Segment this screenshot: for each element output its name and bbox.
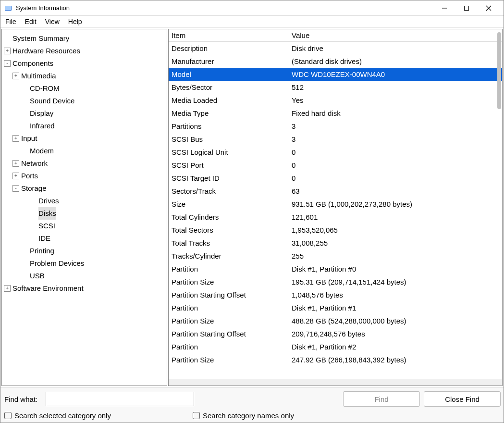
detail-value: 0 bbox=[289, 146, 502, 159]
detail-row[interactable]: DescriptionDisk drive bbox=[169, 42, 502, 55]
tree-item-display[interactable]: Display bbox=[4, 107, 164, 120]
detail-item: Partition Starting Offset bbox=[169, 327, 289, 340]
detail-row[interactable]: Media LoadedYes bbox=[169, 94, 502, 107]
detail-value: 63 bbox=[289, 185, 502, 198]
check-search-names[interactable]: Search category names only bbox=[193, 411, 294, 420]
checkbox-row: Search selected category only Search cat… bbox=[3, 411, 501, 420]
detail-row[interactable]: Manufacturer(Standard disk drives) bbox=[169, 55, 502, 68]
detail-value: 488.28 GB (524,288,000,000 bytes) bbox=[289, 314, 502, 327]
detail-item: Size bbox=[169, 198, 289, 211]
detail-value: 1,953,520,065 bbox=[289, 224, 502, 236]
detail-row[interactable]: Sectors/Track63 bbox=[169, 185, 502, 198]
spacer-icon bbox=[30, 210, 37, 217]
find-button[interactable]: Find bbox=[343, 391, 420, 407]
detail-row[interactable]: PartitionDisk #1, Partition #0 bbox=[169, 262, 502, 275]
detail-row[interactable]: Bytes/Sector512 bbox=[169, 81, 502, 94]
checkbox-icon[interactable] bbox=[193, 412, 200, 419]
detail-row[interactable]: SCSI Target ID0 bbox=[169, 172, 502, 185]
minimize-button[interactable] bbox=[433, 0, 455, 16]
svg-rect-3 bbox=[465, 6, 469, 10]
tree-pane[interactable]: System Summary +Hardware Resources -Comp… bbox=[1, 29, 167, 386]
close-button[interactable] bbox=[478, 0, 500, 16]
detail-item: Media Type bbox=[169, 107, 289, 120]
detail-row[interactable]: PartitionDisk #1, Partition #2 bbox=[169, 340, 502, 353]
maximize-button[interactable] bbox=[455, 0, 478, 16]
expand-icon[interactable]: + bbox=[12, 73, 19, 79]
tree-item-software-environment[interactable]: +Software Environment bbox=[4, 282, 164, 295]
collapse-icon[interactable]: - bbox=[4, 60, 11, 67]
tree-item-components[interactable]: -Components bbox=[4, 57, 164, 70]
column-header-item[interactable]: Item bbox=[169, 29, 289, 41]
detail-row[interactable]: Partition Size247.92 GB (266,198,843,392… bbox=[169, 353, 502, 366]
tree-item-storage[interactable]: -Storage bbox=[4, 182, 164, 195]
tree-item-cdrom[interactable]: CD-ROM bbox=[4, 82, 164, 95]
detail-row[interactable]: Partition Starting Offset209,716,248,576… bbox=[169, 327, 502, 340]
detail-item: Partition Size bbox=[169, 353, 289, 366]
detail-value: 31,008,255 bbox=[289, 236, 502, 249]
detail-row[interactable]: Total Tracks31,008,255 bbox=[169, 236, 502, 249]
tree-item-ports[interactable]: +Ports bbox=[4, 170, 164, 182]
detail-row[interactable]: Partition Size195.31 GB (209,714,151,424… bbox=[169, 275, 502, 288]
detail-header: Item Value bbox=[169, 29, 502, 42]
tree-item-modem[interactable]: Modem bbox=[4, 145, 164, 157]
tree-item-problem-devices[interactable]: Problem Devices bbox=[4, 257, 164, 270]
detail-row[interactable]: Partitions3 bbox=[169, 120, 502, 133]
check-search-selected[interactable]: Search selected category only bbox=[4, 411, 111, 420]
tree-item-infrared[interactable]: Infrared bbox=[4, 120, 164, 132]
detail-row[interactable]: Partition Size488.28 GB (524,288,000,000… bbox=[169, 314, 502, 327]
tree-item-network[interactable]: +Network bbox=[4, 157, 164, 170]
expand-icon[interactable]: + bbox=[12, 173, 19, 179]
expand-icon[interactable]: + bbox=[12, 135, 19, 142]
detail-row[interactable]: ModelWDC WD10EZEX-00WN4A0 bbox=[169, 68, 502, 81]
detail-row[interactable]: Total Cylinders121,601 bbox=[169, 211, 502, 224]
tree-item-sound-device[interactable]: Sound Device bbox=[4, 95, 164, 107]
footer: Find what: Find Close Find Search select… bbox=[0, 387, 504, 423]
spacer-icon bbox=[21, 123, 28, 129]
menu-file[interactable]: File bbox=[5, 18, 16, 25]
find-label: Find what: bbox=[3, 395, 42, 403]
expand-icon[interactable]: + bbox=[4, 48, 11, 54]
detail-value: WDC WD10EZEX-00WN4A0 bbox=[289, 68, 502, 81]
detail-row[interactable]: Total Sectors1,953,520,065 bbox=[169, 224, 502, 236]
detail-row[interactable]: Size931.51 GB (1,000,202,273,280 bytes) bbox=[169, 198, 502, 211]
horizontal-scrollbar[interactable] bbox=[169, 379, 502, 386]
tree-item-usb[interactable]: USB bbox=[4, 270, 164, 282]
expand-icon[interactable]: + bbox=[4, 285, 11, 292]
spacer-icon bbox=[21, 110, 28, 117]
checkbox-icon[interactable] bbox=[4, 412, 12, 419]
tree-item-disks[interactable]: Disks bbox=[4, 207, 164, 220]
detail-row[interactable]: SCSI Bus3 bbox=[169, 133, 502, 146]
tree-item-drives[interactable]: Drives bbox=[4, 195, 164, 207]
expand-icon[interactable]: + bbox=[12, 160, 19, 167]
collapse-icon[interactable]: - bbox=[12, 185, 19, 192]
tree-item-hardware-resources[interactable]: +Hardware Resources bbox=[4, 45, 164, 57]
detail-row[interactable]: Partition Starting Offset1,048,576 bytes bbox=[169, 288, 502, 301]
detail-row[interactable]: Tracks/Cylinder255 bbox=[169, 249, 502, 262]
tree-item-scsi[interactable]: SCSI bbox=[4, 220, 164, 232]
detail-row[interactable]: SCSI Port0 bbox=[169, 159, 502, 172]
detail-scroll[interactable]: Item Value DescriptionDisk driveManufact… bbox=[169, 29, 502, 379]
detail-row[interactable]: PartitionDisk #1, Partition #1 bbox=[169, 301, 502, 314]
detail-value: 1,048,576 bytes bbox=[289, 288, 502, 301]
close-find-button[interactable]: Close Find bbox=[424, 391, 501, 407]
detail-item: Partition Size bbox=[169, 275, 289, 288]
menu-help[interactable]: Help bbox=[68, 18, 82, 25]
category-tree: System Summary +Hardware Resources -Comp… bbox=[4, 32, 164, 295]
checkbox-label: Search category names only bbox=[203, 411, 294, 420]
detail-value: Disk drive bbox=[289, 42, 502, 55]
detail-item: Sectors/Track bbox=[169, 185, 289, 198]
column-header-value[interactable]: Value bbox=[289, 29, 502, 41]
detail-item: SCSI Logical Unit bbox=[169, 146, 289, 159]
detail-value: 255 bbox=[289, 249, 502, 262]
detail-row[interactable]: Media TypeFixed hard disk bbox=[169, 107, 502, 120]
menu-edit[interactable]: Edit bbox=[25, 18, 37, 25]
tree-item-system-summary[interactable]: System Summary bbox=[4, 32, 164, 45]
detail-row[interactable]: SCSI Logical Unit0 bbox=[169, 146, 502, 159]
tree-item-multimedia[interactable]: +Multimedia bbox=[4, 70, 164, 82]
menu-view[interactable]: View bbox=[45, 18, 60, 25]
tree-item-ide[interactable]: IDE bbox=[4, 232, 164, 245]
vertical-scrollbar-thumb[interactable] bbox=[497, 32, 501, 109]
tree-item-input[interactable]: +Input bbox=[4, 132, 164, 145]
tree-item-printing[interactable]: Printing bbox=[4, 245, 164, 257]
find-input[interactable] bbox=[46, 392, 194, 406]
